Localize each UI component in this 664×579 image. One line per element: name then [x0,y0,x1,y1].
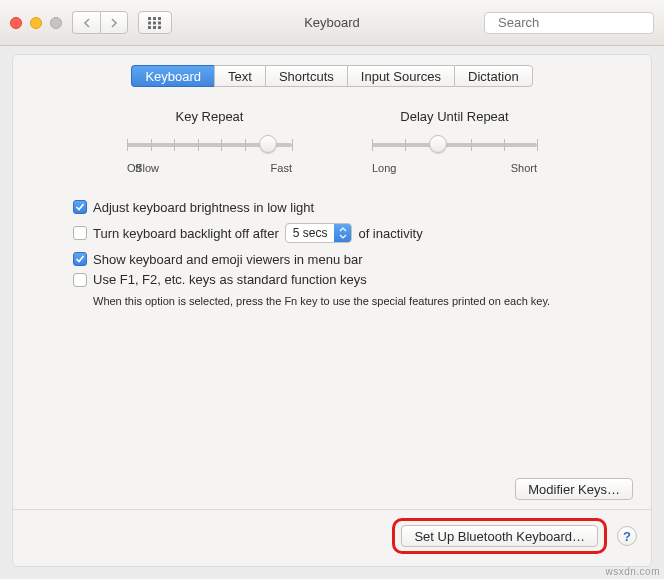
delay-repeat-label: Delay Until Repeat [372,109,537,124]
show-all-button[interactable] [138,11,172,34]
zoom-window-button[interactable] [50,17,62,29]
show-viewers-label: Show keyboard and emoji viewers in menu … [93,252,363,267]
tab-bar: Keyboard Text Shortcuts Input Sources Di… [13,65,651,87]
key-repeat-slider[interactable] [127,136,292,156]
tab-dictation[interactable]: Dictation [454,65,533,87]
titlebar: Keyboard [0,0,664,46]
key-repeat-label: Key Repeat [127,109,292,124]
delay-repeat-slider[interactable] [372,136,537,156]
svg-rect-1 [153,17,156,20]
use-fn-label: Use F1, F2, etc. keys as standard functi… [93,272,367,287]
forward-button[interactable] [100,11,128,34]
svg-rect-7 [153,26,156,29]
back-button[interactable] [72,11,100,34]
minimize-window-button[interactable] [30,17,42,29]
backlight-off-label-post: of inactivity [358,226,422,241]
window-controls [10,17,62,29]
svg-rect-4 [153,21,156,24]
svg-rect-8 [158,26,161,29]
use-fn-hint: When this option is selected, press the … [93,295,550,307]
key-repeat-thumb[interactable] [259,135,277,153]
sliders-area: Key Repeat Off Slow Fast Delay Until Rep… [13,109,651,194]
search-field[interactable] [484,12,654,34]
key-repeat-group: Key Repeat Off Slow Fast [127,109,292,174]
preferences-panel: Keyboard Text Shortcuts Input Sources Di… [12,54,652,567]
option-show-viewers: Show keyboard and emoji viewers in menu … [73,246,631,272]
adjust-brightness-label: Adjust keyboard brightness in low light [93,200,314,215]
backlight-timeout-select[interactable]: 5 secs [285,223,353,243]
use-fn-checkbox[interactable] [73,273,87,287]
bottom-row: Set Up Bluetooth Keyboard… ? [13,518,651,554]
options-list: Adjust keyboard brightness in low light … [13,194,651,307]
setup-bluetooth-keyboard-button[interactable]: Set Up Bluetooth Keyboard… [401,525,598,547]
key-repeat-ticklabels: Off Slow Fast [127,162,292,174]
delay-repeat-ticklabels: Long Short [372,162,537,174]
tab-keyboard[interactable]: Keyboard [131,65,214,87]
svg-rect-0 [148,17,151,20]
modifier-keys-button[interactable]: Modifier Keys… [515,478,633,500]
search-input[interactable] [496,14,664,31]
adjust-brightness-checkbox[interactable] [73,200,87,214]
nav-buttons [72,11,128,34]
watermark: wsxdn.com [605,566,660,577]
tab-shortcuts[interactable]: Shortcuts [265,65,347,87]
svg-rect-5 [158,21,161,24]
backlight-off-label-pre: Turn keyboard backlight off after [93,226,279,241]
stepper-arrows-icon [334,224,351,242]
close-window-button[interactable] [10,17,22,29]
show-viewers-checkbox[interactable] [73,252,87,266]
divider [13,509,651,510]
option-backlight-off: Turn keyboard backlight off after 5 secs… [73,220,631,246]
svg-rect-6 [148,26,151,29]
delay-repeat-group: Delay Until Repeat Long Short [372,109,537,174]
svg-rect-3 [148,21,151,24]
annotation-highlight: Set Up Bluetooth Keyboard… [392,518,607,554]
svg-rect-2 [158,17,161,20]
option-adjust-brightness: Adjust keyboard brightness in low light [73,194,631,220]
delay-repeat-thumb[interactable] [429,135,447,153]
backlight-off-checkbox[interactable] [73,226,87,240]
tab-text[interactable]: Text [214,65,265,87]
help-button[interactable]: ? [617,526,637,546]
tab-input-sources[interactable]: Input Sources [347,65,454,87]
option-use-fn: Use F1, F2, etc. keys as standard functi… [73,272,631,307]
